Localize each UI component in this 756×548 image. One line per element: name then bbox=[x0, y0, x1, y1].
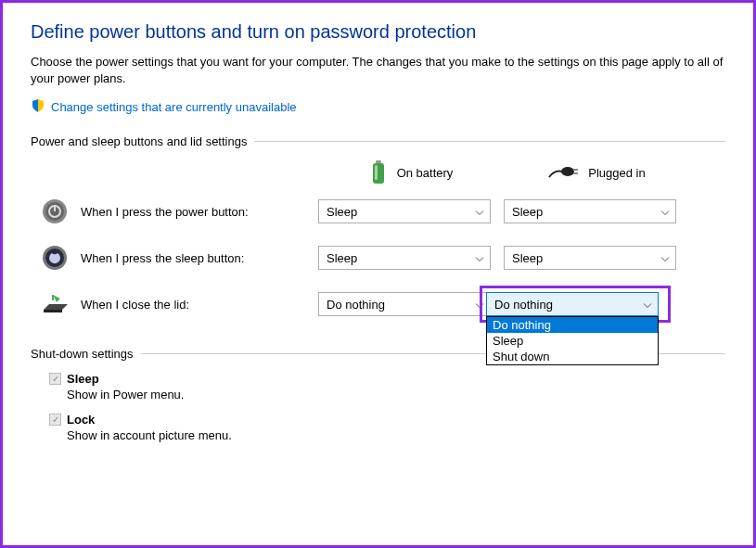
column-headers: On battery Plugged in bbox=[31, 159, 725, 185]
dropdown-option-shut-down[interactable]: Shut down bbox=[487, 349, 658, 364]
battery-column-header: On battery bbox=[318, 159, 504, 185]
page-title: Define power buttons and turn on passwor… bbox=[31, 21, 725, 43]
sleep-checkbox-desc: Show in Power menu. bbox=[67, 388, 725, 401]
page-description: Choose the power settings that you want … bbox=[31, 54, 725, 87]
change-settings-link-text: Change settings that are currently unava… bbox=[51, 100, 297, 114]
sleep-button-label: When I press the sleep button: bbox=[81, 251, 318, 265]
dropdown-option-do-nothing[interactable]: Do nothing bbox=[487, 317, 658, 333]
section-power-sleep-header: Power and sleep buttons and lid settings bbox=[31, 134, 725, 148]
lock-checkbox-desc: Show in account picture menu. bbox=[67, 428, 725, 442]
sleep-checkbox-label: Sleep bbox=[67, 372, 99, 386]
sleep-button-row: When I press the sleep button: Sleep Sle… bbox=[31, 243, 725, 273]
lid-plugged-select[interactable]: Do nothing bbox=[486, 292, 659, 316]
change-settings-link-row[interactable]: Change settings that are currently unava… bbox=[31, 98, 725, 116]
sleep-plugged-select[interactable]: Sleep bbox=[504, 246, 676, 270]
power-button-icon bbox=[40, 197, 70, 226]
chevron-down-icon bbox=[475, 205, 484, 219]
power-button-label: When I press the power button: bbox=[81, 205, 318, 219]
sleep-battery-select[interactable]: Sleep bbox=[318, 246, 491, 270]
plugged-column-header: Plugged in bbox=[504, 159, 689, 185]
shield-icon bbox=[31, 98, 45, 116]
svg-rect-2 bbox=[375, 165, 378, 180]
shutdown-item-lock: ✓ Lock Show in account picture menu. bbox=[49, 413, 725, 442]
sleep-button-icon bbox=[40, 243, 70, 273]
lock-checkbox-label: Lock bbox=[67, 413, 95, 427]
power-plugged-select[interactable]: Sleep bbox=[504, 199, 676, 223]
chevron-down-icon bbox=[660, 205, 670, 219]
svg-rect-4 bbox=[573, 169, 578, 171]
lid-plugged-dropdown: Do nothing Sleep Shut down bbox=[486, 316, 659, 365]
sleep-checkbox[interactable]: ✓ bbox=[49, 373, 61, 385]
svg-rect-1 bbox=[373, 163, 384, 184]
battery-icon bbox=[369, 159, 388, 185]
dropdown-option-sleep[interactable]: Sleep bbox=[487, 333, 658, 349]
close-lid-icon bbox=[40, 289, 70, 319]
plugged-column-label: Plugged in bbox=[588, 166, 645, 180]
svg-rect-0 bbox=[376, 160, 381, 163]
chevron-down-icon bbox=[660, 251, 670, 265]
chevron-down-icon bbox=[475, 251, 484, 265]
close-lid-label: When I close the lid: bbox=[81, 298, 318, 312]
power-battery-select[interactable]: Sleep bbox=[318, 199, 491, 223]
chevron-down-icon bbox=[643, 298, 652, 312]
battery-column-label: On battery bbox=[397, 166, 454, 180]
shutdown-item-sleep: ✓ Sleep Show in Power menu. bbox=[49, 372, 725, 401]
svg-point-3 bbox=[561, 167, 574, 176]
plug-icon bbox=[547, 164, 579, 181]
power-button-row: When I press the power button: Sleep Sle… bbox=[31, 197, 725, 226]
svg-rect-5 bbox=[573, 172, 578, 174]
lock-checkbox[interactable]: ✓ bbox=[49, 414, 61, 426]
lid-plugged-highlighted: Do nothing Do nothing Sleep Shut down bbox=[480, 286, 671, 323]
lid-battery-select[interactable]: Do nothing bbox=[318, 292, 491, 316]
